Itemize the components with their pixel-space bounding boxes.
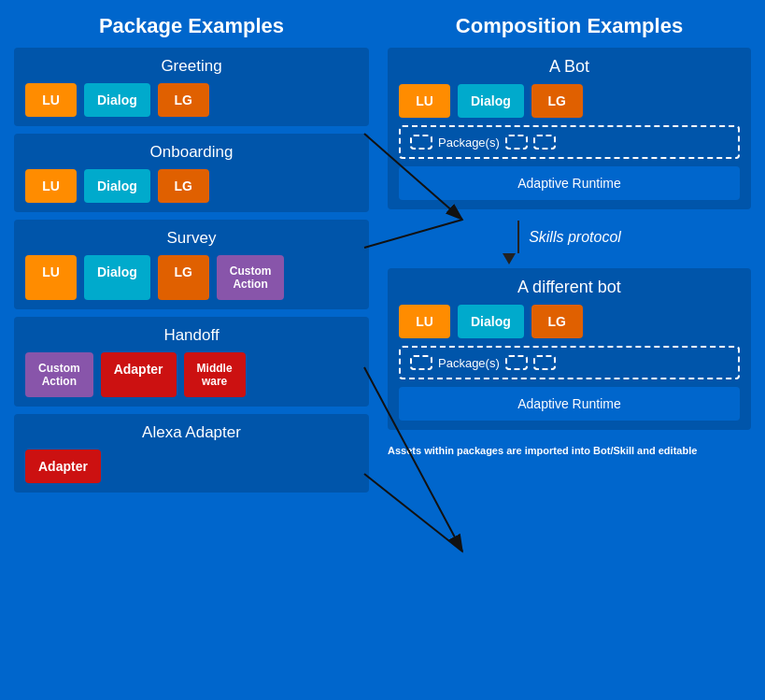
skills-protocol-section: Skills protocol [388,221,751,264]
skills-arrow-line [517,221,519,253]
survey-dialog: Dialog [84,255,150,300]
different-bot-title: A different bot [399,278,740,297]
different-bot-dialog: Dialog [458,305,524,338]
different-bot-lg: LG [531,305,583,338]
footnote: Assets within packages are imported into… [388,445,751,456]
package-greeting-title: Greeting [25,57,358,76]
package-handoff-items: CustomAction Adapter Middleware [25,352,358,397]
package-alexa-adapter-title: Alexa Adapter [25,423,358,442]
different-bot-packages-dashed: Package(s) [399,346,740,379]
main-container: Package Examples Greeting LU Dialog LG O… [0,0,765,700]
a-bot-lg: LG [531,84,583,118]
package-greeting: Greeting LU Dialog LG [14,48,369,126]
a-bot-packages-dashed: Package(s) [399,125,740,159]
greeting-lg: LG [158,83,209,117]
greeting-dialog: Dialog [84,83,150,117]
different-bot-dashed-3 [533,355,556,370]
handoff-middleware: Middleware [184,352,246,397]
different-bot-runtime: Adaptive Runtime [399,387,740,421]
package-onboarding-title: Onboarding [25,143,358,162]
alexa-adapter-badge: Adapter [25,450,101,483]
package-onboarding-items: LU Dialog LG [25,169,358,203]
greeting-lu: LU [25,83,77,117]
left-section-title: Package Examples [14,14,369,38]
skills-arrow-head [503,253,516,264]
a-bot-dashed-2 [505,135,528,150]
footnote-text: Assets within packages are imported into… [388,445,697,456]
handoff-custom-action: CustomAction [25,352,93,397]
bot-different-bot: A different bot LU Dialog LG Package(s) … [388,268,751,430]
a-bot-packages-label: Package(s) [438,136,500,150]
a-bot-components: LU Dialog LG [399,84,740,118]
different-bot-dashed-1 [410,355,432,370]
package-survey-items: LU Dialog LG CustomAction [25,255,358,300]
survey-custom-action: CustomAction [217,255,285,300]
survey-lu: LU [25,255,77,300]
a-bot-dialog: Dialog [458,84,524,118]
skills-protocol-row: Skills protocol [517,221,621,253]
different-bot-dashed-2 [505,355,528,370]
handoff-adapter: Adapter [101,352,177,397]
skills-protocol-label: Skills protocol [529,229,621,246]
different-bot-lu: LU [399,305,450,338]
package-survey: Survey LU Dialog LG CustomAction [14,220,369,309]
different-bot-components: LU Dialog LG [399,305,740,338]
right-section-title: Composition Examples [388,14,751,38]
package-handoff: Handoff CustomAction Adapter Middleware [14,317,369,407]
a-bot-runtime: Adaptive Runtime [399,166,740,200]
right-section: Composition Examples A Bot LU Dialog LG … [388,14,751,686]
survey-lg: LG [158,255,209,300]
bot-a-bot: A Bot LU Dialog LG Package(s) Adaptive R… [388,48,751,209]
different-bot-packages-label: Package(s) [438,356,500,370]
onboarding-dialog: Dialog [84,169,150,203]
a-bot-lu: LU [399,84,450,118]
package-greeting-items: LU Dialog LG [25,83,358,117]
a-bot-title: A Bot [399,57,740,77]
package-alexa-adapter-items: Adapter [25,450,358,483]
packages-container: Greeting LU Dialog LG Onboarding LU Dial… [14,48,369,493]
onboarding-lu: LU [25,169,77,203]
left-section: Package Examples Greeting LU Dialog LG O… [14,14,369,686]
a-bot-dashed-1 [410,135,432,150]
package-handoff-title: Handoff [25,326,358,345]
package-onboarding: Onboarding LU Dialog LG [14,134,369,212]
onboarding-lg: LG [158,169,209,203]
a-bot-dashed-3 [533,135,556,150]
package-alexa-adapter: Alexa Adapter Adapter [14,414,369,493]
package-survey-title: Survey [25,229,358,248]
